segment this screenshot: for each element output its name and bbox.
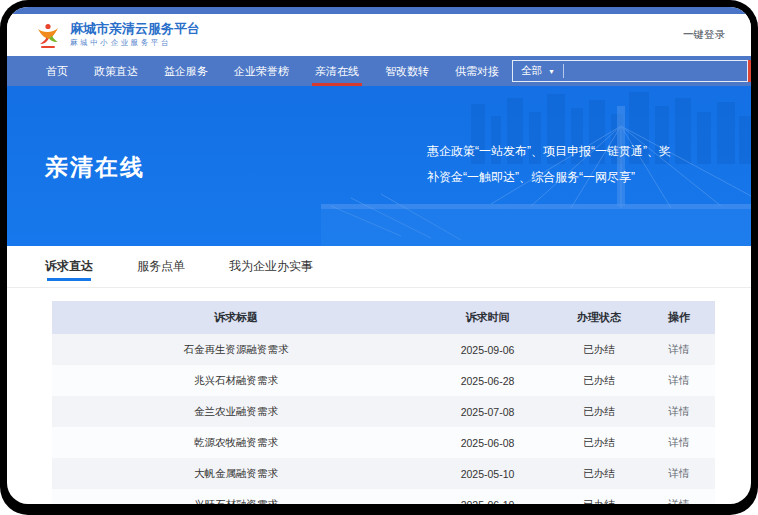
status-badge: 已办结 xyxy=(555,343,643,357)
page: 麻城市亲清云服务平台 麻城中小企业服务平台 一键登录 首页 政策直达 益企服务 … xyxy=(7,7,751,504)
brand-title: 麻城市亲清云服务平台 xyxy=(70,22,200,37)
chevron-down-icon: ▼ xyxy=(548,68,555,75)
header-demand-time: 诉求时间 xyxy=(420,310,555,325)
demand-date: 2025-06-10 xyxy=(420,499,555,505)
demand-date: 2025-09-06 xyxy=(420,344,555,356)
table-row[interactable]: 大帆金属融资需求 2025-05-10 已办结 详情 xyxy=(52,458,715,489)
header-action: 操作 xyxy=(643,310,715,325)
demand-title: 乾源农牧融资需求 xyxy=(52,436,420,450)
search-category-dropdown[interactable]: 全部 ▼ xyxy=(513,64,563,78)
table-header-row: 诉求标题 诉求时间 办理状态 操作 xyxy=(52,301,715,334)
window-frame: 麻城市亲清云服务平台 麻城中小企业服务平台 一键登录 首页 政策直达 益企服务 … xyxy=(0,0,758,515)
brand-text: 麻城市亲清云服务平台 麻城中小企业服务平台 xyxy=(70,22,200,48)
hero-tagline: 惠企政策“一站发布”、项目申报“一链贯通”、奖 补资金“一触即达”、综合服务“一… xyxy=(427,138,723,190)
detail-link[interactable]: 详情 xyxy=(669,374,690,386)
status-badge: 已办结 xyxy=(555,436,643,450)
top-accent-strip xyxy=(7,7,751,14)
status-badge: 已办结 xyxy=(555,405,643,419)
nav-item-services[interactable]: 益企服务 xyxy=(151,56,221,86)
nav-item-home[interactable]: 首页 xyxy=(33,56,81,86)
demand-title: 金兰农业融资需求 xyxy=(52,405,420,419)
status-badge: 已办结 xyxy=(555,498,643,505)
hero-banner: 亲清在线 惠企政策“一站发布”、项目申报“一链贯通”、奖 补资金“一触即达”、综… xyxy=(7,86,751,246)
detail-link[interactable]: 详情 xyxy=(669,343,690,355)
nav-item-supply-demand[interactable]: 供需对接 xyxy=(442,56,512,86)
detail-link[interactable]: 详情 xyxy=(669,436,690,448)
brand-logo[interactable]: 麻城市亲清云服务平台 麻城中小企业服务平台 xyxy=(33,20,200,50)
demand-table: 诉求标题 诉求时间 办理状态 操作 石金再生资源融资需求 2025-09-06 … xyxy=(52,301,715,504)
table-row[interactable]: 金兰农业融资需求 2025-07-08 已办结 详情 xyxy=(52,396,715,427)
site-header: 麻城市亲清云服务平台 麻城中小企业服务平台 一键登录 xyxy=(7,14,751,56)
demand-date: 2025-06-08 xyxy=(420,437,555,449)
detail-link[interactable]: 详情 xyxy=(669,405,690,417)
demand-title: 大帆金属融资需求 xyxy=(52,467,420,481)
content-tabs: 诉求直达 服务点单 我为企业办实事 xyxy=(7,246,751,288)
status-badge: 已办结 xyxy=(555,467,643,481)
search-category-value: 全部 xyxy=(521,64,542,78)
brand-logo-icon xyxy=(33,20,63,50)
search-button[interactable]: 搜 索 xyxy=(748,60,751,82)
search-input[interactable] xyxy=(564,61,747,81)
login-button[interactable]: 一键登录 xyxy=(683,28,725,42)
hero-tagline-line2: 补资金“一触即达”、综合服务“一网尽享” xyxy=(427,164,723,190)
detail-link[interactable]: 详情 xyxy=(669,498,690,505)
header-status: 办理状态 xyxy=(555,310,643,325)
demand-title: 兴旺石材融资需求 xyxy=(52,498,420,505)
demand-title: 石金再生资源融资需求 xyxy=(52,343,420,357)
nav-search-area: 全部 ▼ 搜 索 xyxy=(512,56,751,86)
header-demand-title: 诉求标题 xyxy=(52,310,420,325)
brand-subtitle: 麻城中小企业服务平台 xyxy=(70,39,200,48)
nav-item-honor[interactable]: 企业荣誉榜 xyxy=(221,56,302,86)
table-row[interactable]: 兴旺石材融资需求 2025-06-10 已办结 详情 xyxy=(52,489,715,504)
tab-help-enterprises[interactable]: 我为企业办实事 xyxy=(229,246,313,287)
status-badge: 已办结 xyxy=(555,374,643,388)
demand-title: 兆兴石材融资需求 xyxy=(52,374,420,388)
table-row[interactable]: 乾源农牧融资需求 2025-06-08 已办结 详情 xyxy=(52,427,715,458)
table-row[interactable]: 石金再生资源融资需求 2025-09-06 已办结 详情 xyxy=(52,334,715,365)
demand-date: 2025-06-28 xyxy=(420,375,555,387)
nav-item-qinqing-online[interactable]: 亲清在线 xyxy=(302,56,372,86)
nav-item-policy[interactable]: 政策直达 xyxy=(81,56,151,86)
main-nav: 首页 政策直达 益企服务 企业荣誉榜 亲清在线 智改数转 供需对接 全部 ▼ 搜… xyxy=(7,56,751,86)
hero-tagline-line1: 惠企政策“一站发布”、项目申报“一链贯通”、奖 xyxy=(427,138,723,164)
search-box: 全部 ▼ xyxy=(512,60,748,82)
nav-item-digital[interactable]: 智改数转 xyxy=(372,56,442,86)
demand-date: 2025-07-08 xyxy=(420,406,555,418)
tab-demand-direct[interactable]: 诉求直达 xyxy=(45,246,93,287)
table-row[interactable]: 兆兴石材融资需求 2025-06-28 已办结 详情 xyxy=(52,365,715,396)
demand-date: 2025-05-10 xyxy=(420,468,555,480)
tab-service-order[interactable]: 服务点单 xyxy=(137,246,185,287)
hero-title: 亲清在线 xyxy=(45,152,145,183)
detail-link[interactable]: 详情 xyxy=(669,467,690,479)
